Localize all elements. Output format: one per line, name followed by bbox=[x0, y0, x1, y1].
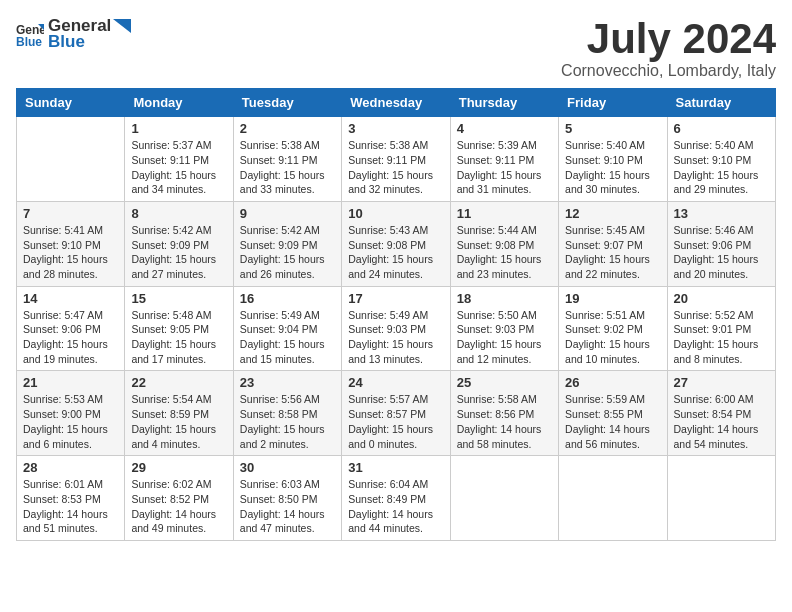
calendar-cell: 3 Sunrise: 5:38 AMSunset: 9:11 PMDayligh… bbox=[342, 117, 450, 202]
day-number: 8 bbox=[131, 206, 226, 221]
day-number: 9 bbox=[240, 206, 335, 221]
calendar-cell: 30 Sunrise: 6:03 AMSunset: 8:50 PMDaylig… bbox=[233, 456, 341, 541]
day-info: Sunrise: 5:47 AMSunset: 9:06 PMDaylight:… bbox=[23, 308, 118, 367]
day-info: Sunrise: 5:44 AMSunset: 9:08 PMDaylight:… bbox=[457, 223, 552, 282]
day-number: 23 bbox=[240, 375, 335, 390]
calendar-cell bbox=[450, 456, 558, 541]
calendar-cell: 29 Sunrise: 6:02 AMSunset: 8:52 PMDaylig… bbox=[125, 456, 233, 541]
calendar-cell: 15 Sunrise: 5:48 AMSunset: 9:05 PMDaylig… bbox=[125, 286, 233, 371]
logo: General Blue General Blue bbox=[16, 16, 131, 52]
day-number: 26 bbox=[565, 375, 660, 390]
page-header: General Blue General Blue July 2024 Corn… bbox=[16, 16, 776, 80]
day-number: 15 bbox=[131, 291, 226, 306]
day-number: 12 bbox=[565, 206, 660, 221]
day-info: Sunrise: 5:39 AMSunset: 9:11 PMDaylight:… bbox=[457, 138, 552, 197]
calendar-cell: 24 Sunrise: 5:57 AMSunset: 8:57 PMDaylig… bbox=[342, 371, 450, 456]
calendar-cell: 16 Sunrise: 5:49 AMSunset: 9:04 PMDaylig… bbox=[233, 286, 341, 371]
day-number: 5 bbox=[565, 121, 660, 136]
calendar-cell: 9 Sunrise: 5:42 AMSunset: 9:09 PMDayligh… bbox=[233, 201, 341, 286]
day-number: 20 bbox=[674, 291, 769, 306]
day-number: 1 bbox=[131, 121, 226, 136]
day-info: Sunrise: 5:57 AMSunset: 8:57 PMDaylight:… bbox=[348, 392, 443, 451]
calendar-cell: 18 Sunrise: 5:50 AMSunset: 9:03 PMDaylig… bbox=[450, 286, 558, 371]
calendar-cell: 17 Sunrise: 5:49 AMSunset: 9:03 PMDaylig… bbox=[342, 286, 450, 371]
day-number: 11 bbox=[457, 206, 552, 221]
day-info: Sunrise: 6:03 AMSunset: 8:50 PMDaylight:… bbox=[240, 477, 335, 536]
calendar-week-row: 1 Sunrise: 5:37 AMSunset: 9:11 PMDayligh… bbox=[17, 117, 776, 202]
calendar-cell: 12 Sunrise: 5:45 AMSunset: 9:07 PMDaylig… bbox=[559, 201, 667, 286]
day-number: 7 bbox=[23, 206, 118, 221]
weekday-header-sunday: Sunday bbox=[17, 89, 125, 117]
calendar-cell: 7 Sunrise: 5:41 AMSunset: 9:10 PMDayligh… bbox=[17, 201, 125, 286]
day-info: Sunrise: 5:38 AMSunset: 9:11 PMDaylight:… bbox=[240, 138, 335, 197]
day-number: 21 bbox=[23, 375, 118, 390]
svg-text:Blue: Blue bbox=[16, 35, 42, 48]
day-info: Sunrise: 5:40 AMSunset: 9:10 PMDaylight:… bbox=[565, 138, 660, 197]
calendar-cell: 13 Sunrise: 5:46 AMSunset: 9:06 PMDaylig… bbox=[667, 201, 775, 286]
weekday-header-tuesday: Tuesday bbox=[233, 89, 341, 117]
day-number: 18 bbox=[457, 291, 552, 306]
day-number: 31 bbox=[348, 460, 443, 475]
day-info: Sunrise: 5:45 AMSunset: 9:07 PMDaylight:… bbox=[565, 223, 660, 282]
calendar-header-row: SundayMondayTuesdayWednesdayThursdayFrid… bbox=[17, 89, 776, 117]
calendar-cell: 26 Sunrise: 5:59 AMSunset: 8:55 PMDaylig… bbox=[559, 371, 667, 456]
day-info: Sunrise: 5:54 AMSunset: 8:59 PMDaylight:… bbox=[131, 392, 226, 451]
day-number: 19 bbox=[565, 291, 660, 306]
calendar-cell: 19 Sunrise: 5:51 AMSunset: 9:02 PMDaylig… bbox=[559, 286, 667, 371]
day-number: 27 bbox=[674, 375, 769, 390]
day-info: Sunrise: 5:49 AMSunset: 9:03 PMDaylight:… bbox=[348, 308, 443, 367]
calendar-cell: 27 Sunrise: 6:00 AMSunset: 8:54 PMDaylig… bbox=[667, 371, 775, 456]
day-info: Sunrise: 6:01 AMSunset: 8:53 PMDaylight:… bbox=[23, 477, 118, 536]
day-number: 2 bbox=[240, 121, 335, 136]
day-info: Sunrise: 5:48 AMSunset: 9:05 PMDaylight:… bbox=[131, 308, 226, 367]
calendar-cell: 25 Sunrise: 5:58 AMSunset: 8:56 PMDaylig… bbox=[450, 371, 558, 456]
calendar-cell bbox=[667, 456, 775, 541]
day-number: 14 bbox=[23, 291, 118, 306]
calendar-week-row: 21 Sunrise: 5:53 AMSunset: 9:00 PMDaylig… bbox=[17, 371, 776, 456]
calendar-cell: 6 Sunrise: 5:40 AMSunset: 9:10 PMDayligh… bbox=[667, 117, 775, 202]
calendar-cell: 10 Sunrise: 5:43 AMSunset: 9:08 PMDaylig… bbox=[342, 201, 450, 286]
weekday-header-monday: Monday bbox=[125, 89, 233, 117]
calendar-cell: 22 Sunrise: 5:54 AMSunset: 8:59 PMDaylig… bbox=[125, 371, 233, 456]
calendar-cell: 21 Sunrise: 5:53 AMSunset: 9:00 PMDaylig… bbox=[17, 371, 125, 456]
calendar-cell: 14 Sunrise: 5:47 AMSunset: 9:06 PMDaylig… bbox=[17, 286, 125, 371]
day-number: 30 bbox=[240, 460, 335, 475]
day-info: Sunrise: 5:53 AMSunset: 9:00 PMDaylight:… bbox=[23, 392, 118, 451]
calendar-table: SundayMondayTuesdayWednesdayThursdayFrid… bbox=[16, 88, 776, 541]
weekday-header-thursday: Thursday bbox=[450, 89, 558, 117]
day-info: Sunrise: 5:41 AMSunset: 9:10 PMDaylight:… bbox=[23, 223, 118, 282]
calendar-cell: 5 Sunrise: 5:40 AMSunset: 9:10 PMDayligh… bbox=[559, 117, 667, 202]
weekday-header-saturday: Saturday bbox=[667, 89, 775, 117]
day-info: Sunrise: 5:38 AMSunset: 9:11 PMDaylight:… bbox=[348, 138, 443, 197]
day-info: Sunrise: 5:40 AMSunset: 9:10 PMDaylight:… bbox=[674, 138, 769, 197]
svg-marker-3 bbox=[113, 19, 131, 33]
calendar-week-row: 28 Sunrise: 6:01 AMSunset: 8:53 PMDaylig… bbox=[17, 456, 776, 541]
calendar-cell: 28 Sunrise: 6:01 AMSunset: 8:53 PMDaylig… bbox=[17, 456, 125, 541]
day-info: Sunrise: 6:00 AMSunset: 8:54 PMDaylight:… bbox=[674, 392, 769, 451]
day-info: Sunrise: 5:49 AMSunset: 9:04 PMDaylight:… bbox=[240, 308, 335, 367]
calendar-cell: 4 Sunrise: 5:39 AMSunset: 9:11 PMDayligh… bbox=[450, 117, 558, 202]
calendar-cell: 1 Sunrise: 5:37 AMSunset: 9:11 PMDayligh… bbox=[125, 117, 233, 202]
calendar-cell: 31 Sunrise: 6:04 AMSunset: 8:49 PMDaylig… bbox=[342, 456, 450, 541]
day-number: 3 bbox=[348, 121, 443, 136]
day-number: 28 bbox=[23, 460, 118, 475]
day-info: Sunrise: 5:42 AMSunset: 9:09 PMDaylight:… bbox=[131, 223, 226, 282]
day-info: Sunrise: 6:04 AMSunset: 8:49 PMDaylight:… bbox=[348, 477, 443, 536]
day-info: Sunrise: 5:46 AMSunset: 9:06 PMDaylight:… bbox=[674, 223, 769, 282]
calendar-cell: 11 Sunrise: 5:44 AMSunset: 9:08 PMDaylig… bbox=[450, 201, 558, 286]
day-info: Sunrise: 5:58 AMSunset: 8:56 PMDaylight:… bbox=[457, 392, 552, 451]
title-area: July 2024 Cornovecchio, Lombardy, Italy bbox=[561, 16, 776, 80]
calendar-cell: 23 Sunrise: 5:56 AMSunset: 8:58 PMDaylig… bbox=[233, 371, 341, 456]
day-info: Sunrise: 5:52 AMSunset: 9:01 PMDaylight:… bbox=[674, 308, 769, 367]
day-info: Sunrise: 5:59 AMSunset: 8:55 PMDaylight:… bbox=[565, 392, 660, 451]
day-number: 25 bbox=[457, 375, 552, 390]
day-info: Sunrise: 5:51 AMSunset: 9:02 PMDaylight:… bbox=[565, 308, 660, 367]
weekday-header-friday: Friday bbox=[559, 89, 667, 117]
calendar-week-row: 14 Sunrise: 5:47 AMSunset: 9:06 PMDaylig… bbox=[17, 286, 776, 371]
calendar-cell: 20 Sunrise: 5:52 AMSunset: 9:01 PMDaylig… bbox=[667, 286, 775, 371]
day-info: Sunrise: 5:42 AMSunset: 9:09 PMDaylight:… bbox=[240, 223, 335, 282]
day-info: Sunrise: 5:43 AMSunset: 9:08 PMDaylight:… bbox=[348, 223, 443, 282]
day-number: 6 bbox=[674, 121, 769, 136]
calendar-cell bbox=[559, 456, 667, 541]
logo-icon: General Blue bbox=[16, 20, 44, 48]
